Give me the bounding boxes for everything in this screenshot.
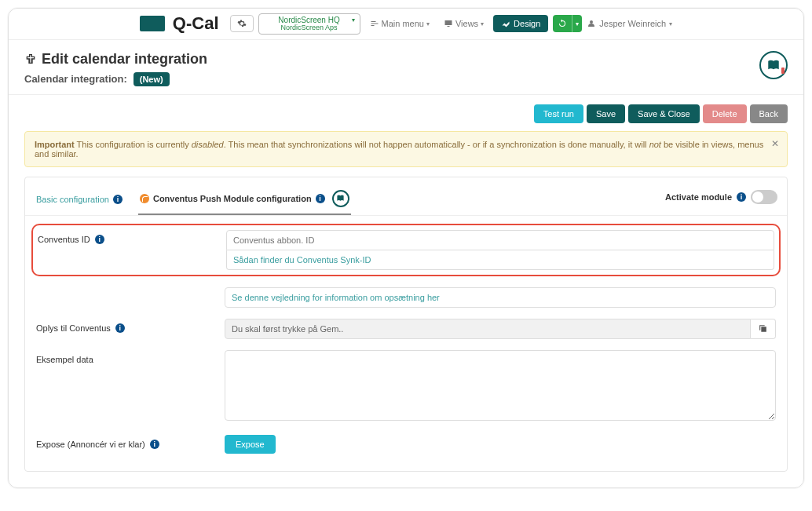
expose-label: Expose (Annoncér vi er klar) i — [36, 435, 225, 449]
views-dropdown[interactable]: Views ▾ — [439, 16, 488, 31]
alert-close-button[interactable]: ✕ — [771, 138, 779, 149]
book-icon — [766, 58, 781, 72]
tab-basic-configuration[interactable]: Basic configuration i — [35, 188, 124, 210]
app-window: Q-Cal NordicScreen HQ NordicScreen Aps ▾… — [8, 8, 804, 488]
eksempel-field — [225, 350, 776, 424]
copy-button[interactable] — [751, 319, 776, 339]
info-icon: i — [316, 194, 325, 203]
user-icon — [587, 19, 596, 28]
save-button[interactable]: Save — [587, 104, 625, 123]
info-icon: i — [737, 192, 746, 202]
chevron-down-icon: ▾ — [576, 20, 579, 27]
empty-label — [36, 287, 225, 292]
settings-gears-button[interactable] — [230, 15, 254, 32]
info-icon: i — [113, 195, 123, 204]
design-icon — [501, 19, 510, 28]
main-menu-dropdown[interactable]: Main menu ▾ — [365, 16, 434, 31]
highlighted-region: Conventus ID i Sådan finder du Conventus… — [31, 224, 781, 276]
chevron-down-icon: ▾ — [352, 17, 355, 24]
conventus-id-input[interactable] — [226, 230, 774, 250]
oplys-value: Du skal først trykke på Gem.. — [225, 319, 751, 339]
config-card: Basic configuration i Conventus Push Mod… — [24, 177, 788, 472]
org-selector[interactable]: NordicScreen HQ NordicScreen Aps ▾ — [258, 13, 360, 35]
conventus-id-field-group: Sådan finder du Conventus Synk-ID — [226, 230, 774, 270]
conventus-id-label: Conventus ID i — [38, 230, 226, 244]
design-button[interactable]: Design — [493, 15, 548, 32]
views-label: Views — [455, 19, 478, 28]
alert-disabled-word: disabled — [192, 140, 224, 149]
expose-field: Expose — [225, 435, 776, 454]
activate-label: Activate module — [665, 192, 732, 202]
delete-button[interactable]: Delete — [703, 104, 747, 123]
brand-name: Q-Cal — [173, 13, 219, 34]
book-icon — [336, 194, 345, 203]
sliders-icon — [370, 19, 379, 28]
info-icon: i — [115, 323, 125, 333]
help-book-small-button[interactable] — [332, 190, 349, 207]
setup-help-field: Se denne vejledning for information om o… — [225, 287, 776, 308]
tab-conventus-label: Conventus Push Module configuration — [153, 194, 312, 203]
gears-icon — [237, 19, 247, 28]
oplys-row: Oplys til Conventus i Du skal først tryk… — [36, 319, 776, 339]
alert-text-a: This configuration is currently — [77, 140, 192, 149]
save-close-button[interactable]: Save & Close — [628, 104, 700, 123]
monitor-icon — [444, 19, 453, 28]
page-header: Edit calendar integration Calendar integ… — [9, 40, 803, 95]
info-icon: i — [95, 235, 104, 244]
refresh-icon — [558, 19, 567, 28]
tab-conventus-push[interactable]: Conventus Push Module configuration i — [138, 184, 351, 215]
back-button[interactable]: Back — [750, 104, 788, 123]
action-button-row: Test run Save Save & Close Delete Back — [24, 104, 788, 123]
header-left: Edit calendar integration Calendar integ… — [24, 51, 207, 86]
content-area: Test run Save Save & Close Delete Back I… — [9, 95, 803, 487]
alert-not-word: not — [649, 140, 661, 149]
conventus-icon — [140, 194, 149, 203]
integration-icon — [24, 53, 37, 65]
refresh-split-button: ▾ — [553, 15, 582, 32]
tab-header: Basic configuration i Conventus Push Mod… — [25, 177, 787, 216]
setup-help-row: Se denne vejledning for information om o… — [36, 287, 776, 308]
user-name: Jesper Weinreich — [599, 19, 666, 28]
org-sub-name: NordicScreen Aps — [267, 24, 352, 32]
oplys-label: Oplys til Conventus i — [36, 319, 225, 333]
alert-text-b: . This mean that synchronizations will n… — [224, 140, 649, 149]
main-menu-label: Main menu — [382, 19, 424, 28]
info-icon: i — [150, 440, 159, 449]
conventus-id-help-link[interactable]: Sådan finder du Conventus Synk-ID — [226, 250, 774, 270]
expose-row: Expose (Annoncér vi er klar) i Expose — [36, 435, 776, 454]
oplys-field-group: Du skal først trykke på Gem.. — [225, 319, 776, 339]
expose-button[interactable]: Expose — [225, 435, 276, 454]
tab-basic-label: Basic configuration — [36, 195, 109, 204]
setup-help-link[interactable]: Se denne vejledning for information om o… — [225, 287, 776, 308]
refresh-button[interactable] — [553, 15, 572, 32]
top-bar: Q-Cal NordicScreen HQ NordicScreen Aps ▾… — [9, 9, 803, 40]
test-run-button[interactable]: Test run — [534, 104, 583, 123]
brand-logo — [140, 16, 165, 31]
activate-module-control: Activate module i — [665, 190, 777, 209]
header-sub-row: Calendar integration: (New) — [24, 72, 207, 86]
user-menu[interactable]: Jesper Weinreich ▾ — [587, 19, 672, 28]
conventus-id-row: Conventus ID i Sådan finder du Conventus… — [38, 230, 774, 270]
integration-label: Calendar integration: — [24, 73, 127, 85]
help-book-button[interactable] — [759, 51, 788, 79]
alert-important: Important — [35, 140, 75, 149]
disabled-alert: Important This configuration is currentl… — [24, 131, 788, 167]
chevron-down-icon: ▾ — [426, 20, 430, 27]
eksempel-data-textarea[interactable] — [225, 350, 776, 421]
tab-list: Basic configuration i Conventus Push Mod… — [35, 184, 351, 215]
new-badge: (New) — [134, 72, 170, 86]
eksempel-row: Eksempel data — [36, 350, 776, 424]
tab-body: Conventus ID i Sådan finder du Conventus… — [25, 216, 787, 471]
chevron-down-icon: ▾ — [669, 20, 672, 27]
copy-icon — [758, 323, 768, 334]
design-label: Design — [514, 19, 540, 28]
refresh-dropdown[interactable]: ▾ — [572, 15, 582, 32]
page-title: Edit calendar integration — [24, 51, 207, 68]
chevron-down-icon: ▾ — [481, 20, 484, 27]
activate-module-toggle[interactable] — [751, 190, 777, 204]
eksempel-label: Eksempel data — [36, 350, 225, 364]
